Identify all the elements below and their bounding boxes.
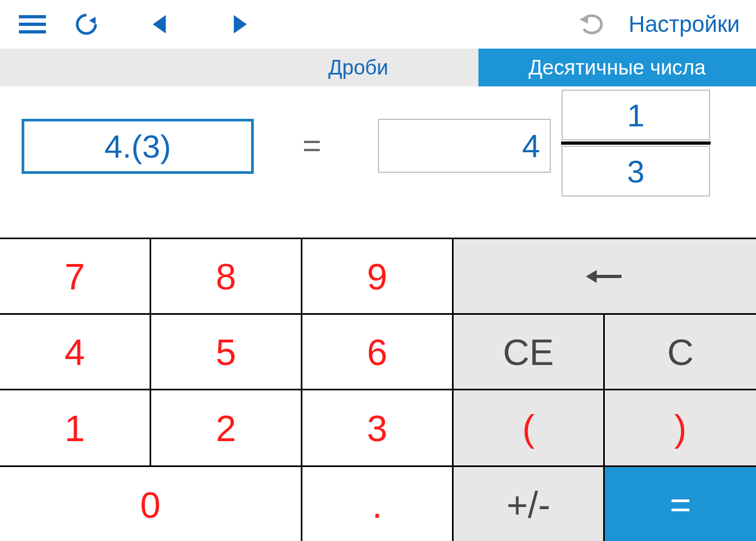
key-1[interactable]: 1 [0,390,151,467]
top-toolbar: Настройки [0,0,756,49]
mode-tabs: Дроби Десятичные числа [0,49,756,86]
svg-marker-5 [234,15,247,33]
svg-marker-3 [89,17,96,24]
key-close-paren[interactable]: ) [605,390,756,467]
next-icon[interactable] [200,0,281,49]
tab-fractions[interactable]: Дроби [238,49,478,86]
denominator-input[interactable]: 3 [562,146,710,197]
key-8[interactable]: 8 [151,239,302,315]
tab-blank [0,49,238,86]
key-2[interactable]: 2 [151,390,302,467]
equals-sign: = [302,127,321,164]
key-5[interactable]: 5 [151,315,302,390]
settings-link[interactable]: Настройки [618,11,740,37]
expression-area: 4.(3) = 4 1 3 [0,86,756,238]
undo-icon[interactable] [564,0,618,49]
menu-icon[interactable] [11,0,54,49]
key-backspace[interactable] [454,239,756,315]
svg-rect-0 [19,15,46,18]
key-6[interactable]: 6 [302,315,454,390]
svg-marker-6 [579,15,588,24]
fraction-bar [561,141,711,145]
prev-icon[interactable] [119,0,200,49]
key-open-paren[interactable]: ( [454,390,605,467]
key-c[interactable]: C [605,315,756,390]
whole-part-input[interactable]: 4 [378,119,551,173]
key-plus-minus[interactable]: +/- [454,467,605,541]
svg-marker-4 [153,15,166,33]
fraction-group: 1 3 [562,90,710,197]
tab-decimals[interactable]: Десятичные числа [478,49,756,86]
key-0[interactable]: 0 [0,467,302,541]
decimal-input[interactable]: 4.(3) [22,119,254,174]
key-3[interactable]: 3 [302,390,454,467]
svg-rect-2 [19,30,46,33]
key-9[interactable]: 9 [302,239,454,315]
arrow-left-icon [586,269,624,284]
numerator-input[interactable]: 1 [562,90,710,140]
key-4[interactable]: 4 [0,315,151,390]
key-ce[interactable]: CE [454,315,605,390]
keypad: 7 8 9 4 5 6 CE C 1 2 3 ( ) 0 . +/- = [0,238,756,541]
key-equals[interactable]: = [605,467,756,541]
svg-marker-8 [586,270,597,283]
reload-icon[interactable] [54,0,119,49]
key-7[interactable]: 7 [0,239,151,315]
svg-rect-1 [19,23,46,26]
key-dot[interactable]: . [302,467,454,541]
